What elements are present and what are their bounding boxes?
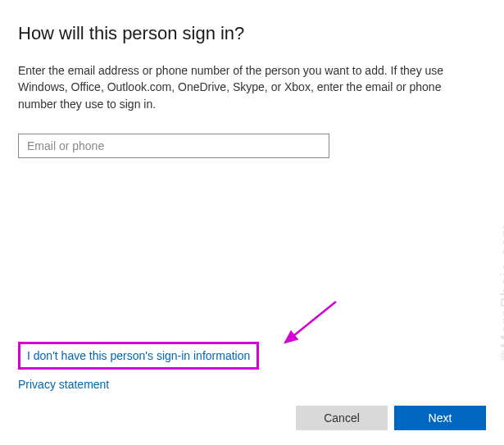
- cancel-button[interactable]: Cancel: [296, 406, 388, 430]
- email-phone-input[interactable]: [18, 134, 329, 158]
- description-text: Enter the email address or phone number …: [18, 62, 477, 112]
- next-button[interactable]: Next: [394, 406, 486, 430]
- button-row: Cancel Next: [18, 406, 486, 430]
- watermark-text: ©MeraBheja.com: [498, 223, 505, 361]
- no-signin-info-link[interactable]: I don't have this person's sign-in infor…: [18, 342, 259, 370]
- privacy-statement-link[interactable]: Privacy statement: [18, 378, 486, 391]
- page-title: How will this person sign in?: [18, 23, 486, 44]
